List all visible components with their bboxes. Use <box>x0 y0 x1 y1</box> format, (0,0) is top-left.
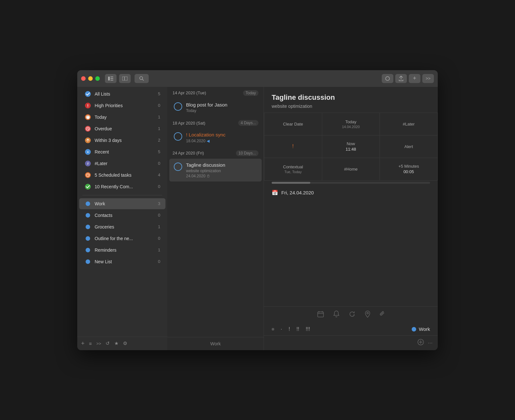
sidebar-list-label: New List <box>95 259 156 264</box>
star-icon[interactable]: ★ <box>114 341 118 346</box>
attachment-action-icon[interactable] <box>379 311 385 319</box>
add-button[interactable]: + <box>409 74 420 83</box>
location-action-icon[interactable] <box>365 311 370 319</box>
refresh-icon[interactable]: ↺ <box>106 341 110 346</box>
detail-actions <box>264 306 438 323</box>
calendar-action-icon[interactable] <box>317 311 324 319</box>
priority-high-button[interactable]: !!! <box>306 326 310 332</box>
more-button[interactable]: >> <box>422 74 434 83</box>
task-title: Tagline discussion <box>186 162 257 168</box>
task-item-localization[interactable]: ! Localization sync 18.04.2020 ◀ <box>169 128 262 146</box>
plus5-cell-label: +5 Minutes <box>398 164 419 169</box>
date-group-header-3: 24 Apr 2020 (Fri) 10 Days... <box>167 147 264 158</box>
calendar-icon: 📅 <box>272 190 278 196</box>
completed-icon <box>84 183 91 190</box>
svg-point-8 <box>386 77 389 80</box>
later-cell-label: #Later <box>403 122 415 126</box>
detail-cell-clear-date[interactable]: Clear Date <box>264 113 322 135</box>
sidebar-item-work[interactable]: Work 3 <box>79 198 165 209</box>
detail-header: Tagline discussion website optimization <box>264 87 438 113</box>
forward-icon[interactable]: >> <box>96 341 101 346</box>
task-subtitle: website optimization <box>186 169 257 173</box>
sidebar-item-high-priorities[interactable]: ! High Priorities 0 <box>79 100 165 111</box>
svg-point-37 <box>86 259 90 264</box>
date-group-badge: 10 Days... <box>236 150 258 156</box>
sidebar-item-within-3-days[interactable]: Within 3 days 2 <box>79 135 165 146</box>
task-checkbox[interactable] <box>174 102 182 111</box>
detail-bottom-toolbar: ··· <box>264 335 438 350</box>
task-checkbox[interactable] <box>174 132 182 141</box>
detail-cell-today[interactable]: Today 14.04.2020 <box>322 113 380 135</box>
sidebar-item-recent[interactable]: + Recent 5 <box>79 146 165 157</box>
svg-point-36 <box>86 248 90 252</box>
circle-button[interactable] <box>382 74 393 83</box>
task-meta: 18.04.2020 ◀ <box>186 139 257 143</box>
sidebar-list-count: 0 <box>156 236 160 241</box>
sidebar-item-later[interactable]: # #Later 0 <box>79 158 165 169</box>
detail-cell-home[interactable]: #Home <box>322 158 380 181</box>
detail-cell-now[interactable]: Now 11:48 <box>322 135 380 158</box>
sidebar-item-count: 2 <box>156 138 160 143</box>
minimize-button[interactable] <box>88 76 93 81</box>
svg-point-9 <box>85 91 91 97</box>
share-button[interactable] <box>395 74 407 83</box>
task-title: Blog post for Jason <box>186 102 257 108</box>
task-checkbox[interactable] <box>174 163 182 171</box>
sidebar-item-reminders[interactable]: Reminders 1 <box>79 245 165 256</box>
settings-icon[interactable]: ⚙ <box>123 341 127 346</box>
sidebar-item-recently-completed[interactable]: 10 Recently Com... 0 <box>79 181 165 192</box>
svg-line-7 <box>142 79 144 80</box>
more-options-icon[interactable]: ··· <box>428 340 433 346</box>
panel-toggle-button[interactable] <box>119 74 131 83</box>
later-icon: # <box>84 160 91 167</box>
sidebar-item-new-list[interactable]: New List 0 <box>79 256 165 267</box>
svg-text:!: ! <box>87 104 89 108</box>
bell-action-icon[interactable] <box>333 311 340 319</box>
detail-scrollbar[interactable] <box>272 182 430 184</box>
sidebar-item-today[interactable]: 🕐 Today 1 <box>79 112 165 123</box>
priority-medium-button[interactable]: !! <box>296 326 299 332</box>
task-subtitle: Today <box>186 108 257 113</box>
sidebar-divider <box>82 195 162 195</box>
svg-rect-1 <box>110 77 113 77</box>
svg-point-32 <box>86 201 90 206</box>
close-button[interactable] <box>81 76 86 81</box>
recent-icon: + <box>84 148 91 155</box>
task-list-footer: Work <box>167 337 264 350</box>
task-title: ! Localization sync <box>186 132 257 138</box>
add-subtask-icon[interactable] <box>417 339 424 347</box>
detail-date-text: Fri, 24.04.2020 <box>281 190 314 195</box>
detail-cell-contextual[interactable]: Contextual Tue, Today <box>264 158 322 181</box>
sidebar-item-scheduled[interactable]: 5 Scheduled tasks 4 <box>79 170 165 181</box>
sidebar-list-count: 0 <box>156 259 160 264</box>
today-cell-label: Today <box>345 119 357 124</box>
search-button[interactable] <box>135 74 149 83</box>
detail-list-tag[interactable]: Work <box>412 326 430 332</box>
sidebar-item-groceries[interactable]: Groceries 1 <box>79 221 165 232</box>
detail-date-grid: Clear Date Today 14.04.2020 #Later ! Now… <box>264 113 438 181</box>
sidebar-item-label: Recent <box>95 149 156 154</box>
svg-rect-3 <box>110 80 113 80</box>
sidebar-item-count: 4 <box>156 173 160 177</box>
maximize-button[interactable] <box>95 76 100 81</box>
task-item-blog-post[interactable]: Blog post for Jason Today <box>169 98 262 117</box>
detail-cell-alert[interactable]: Alert <box>380 135 438 158</box>
detail-cell-plus5[interactable]: +5 Minutes 00:05 <box>380 158 438 181</box>
add-list-icon[interactable]: + <box>81 340 85 347</box>
sidebar-toggle-button[interactable] <box>105 74 117 83</box>
priority-none-button[interactable]: · <box>281 326 282 332</box>
priority-low-button[interactable]: ! <box>288 326 290 332</box>
sidebar-item-count: 5 <box>156 91 160 96</box>
detail-cell-later[interactable]: #Later <box>380 113 438 135</box>
sidebar-item-contacts[interactable]: Contacts 0 <box>79 210 165 221</box>
notes-icon[interactable]: ≡ <box>89 341 92 346</box>
repeat-action-icon[interactable] <box>349 311 356 319</box>
sidebar-item-overdue[interactable]: Overdue 1 <box>79 123 165 134</box>
sidebar-item-label: Within 3 days <box>95 138 156 143</box>
task-item-tagline[interactable]: Tagline discussion website optimization … <box>169 159 262 182</box>
detail-cell-priority[interactable]: ! <box>264 135 322 158</box>
check-icon <box>84 90 91 98</box>
sidebar-item-outline[interactable]: Outline for the ne... 0 <box>79 233 165 244</box>
sidebar-item-all-lists[interactable]: All Lists 5 <box>79 89 165 99</box>
reminders-list-icon <box>84 247 91 254</box>
